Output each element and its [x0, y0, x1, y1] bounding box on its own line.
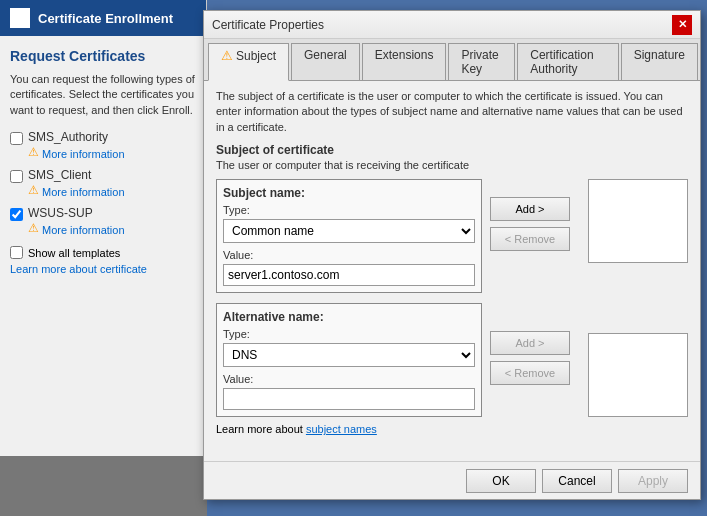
- tab-general[interactable]: General: [291, 43, 360, 80]
- sms-client-more[interactable]: More information: [42, 186, 125, 198]
- learn-more-static: Learn more about: [216, 423, 303, 435]
- list-item: SMS_Authority ⚠ More information: [10, 130, 196, 160]
- dialog-title: Certificate Properties: [212, 18, 324, 32]
- form-middle: Add > < Remove Add > < Remove: [490, 179, 580, 417]
- panel-title: Request Certificates: [10, 48, 196, 64]
- wsus-sup-content: WSUS-SUP ⚠ More information: [28, 206, 125, 236]
- type-dropdown[interactable]: Common name Email DNS Distinguished Name…: [223, 219, 475, 243]
- cancel-button[interactable]: Cancel: [542, 469, 612, 493]
- alt-type-label: Type:: [223, 328, 475, 340]
- sms-authority-warning: ⚠ More information: [28, 144, 125, 160]
- sms-authority-more[interactable]: More information: [42, 148, 125, 160]
- ok-button[interactable]: OK: [466, 469, 536, 493]
- panel-header-title: Certificate Enrollment: [38, 11, 173, 26]
- value-label: Value:: [223, 249, 475, 261]
- close-button[interactable]: ✕: [672, 15, 692, 35]
- warning-icon: ⚠: [28, 183, 39, 197]
- certificate-properties-dialog: Certificate Properties ✕ ⚠Subject Genera…: [203, 10, 701, 500]
- dialog-body: The subject of a certificate is the user…: [204, 81, 700, 474]
- tab-subject[interactable]: ⚠Subject: [208, 43, 289, 81]
- cert-enrollment-panel: 🖥 Certificate Enrollment Request Certifi…: [0, 0, 207, 516]
- form-right-col: [588, 179, 688, 417]
- remove-subject-button[interactable]: < Remove: [490, 227, 570, 251]
- learn-more-row: Learn more about subject names: [216, 423, 688, 435]
- panel-desc: You can request the following types of c…: [10, 72, 196, 118]
- sms-authority-content: SMS_Authority ⚠ More information: [28, 130, 125, 160]
- sms-client-checkbox[interactable]: [10, 170, 23, 183]
- show-all-templates-item: Show all templates: [10, 246, 196, 259]
- panel-icon: 🖥: [10, 8, 30, 28]
- tab-extensions[interactable]: Extensions: [362, 43, 447, 80]
- add-subject-button[interactable]: Add >: [490, 197, 570, 221]
- tab-cert-authority[interactable]: Certification Authority: [517, 43, 618, 80]
- sms-client-content: SMS_Client ⚠ More information: [28, 168, 125, 198]
- sms-client-label: SMS_Client: [28, 168, 125, 182]
- tab-general-label: General: [304, 48, 347, 62]
- subject-name-label: Subject name:: [223, 186, 475, 200]
- show-all-checkbox[interactable]: [10, 246, 23, 259]
- alt-name-box: Alternative name: Type: DNS Email URL IP…: [216, 303, 482, 417]
- subject-names-link[interactable]: subject names: [306, 423, 377, 435]
- subject-name-box: Subject name: Type: Common name Email DN…: [216, 179, 482, 293]
- alt-value-label: Value:: [223, 373, 475, 385]
- type-label: Type:: [223, 204, 475, 216]
- warning-icon: ⚠: [28, 145, 39, 159]
- dialog-titlebar: Certificate Properties ✕: [204, 11, 700, 39]
- tab-subject-label: Subject: [236, 49, 276, 63]
- alt-name-label: Alternative name:: [223, 310, 475, 324]
- alt-name-list[interactable]: [588, 333, 688, 417]
- learn-more-cert-link[interactable]: Learn more about certificate: [10, 263, 196, 275]
- panel-header: 🖥 Certificate Enrollment: [0, 0, 206, 36]
- info-text: The subject of a certificate is the user…: [216, 89, 688, 135]
- subject-of-cert-desc: The user or computer that is receiving t…: [216, 159, 688, 171]
- panel-bottom-gray: [0, 456, 207, 516]
- remove-alt-button[interactable]: < Remove: [490, 361, 570, 385]
- tab-bar: ⚠Subject General Extensions Private Key …: [204, 39, 700, 81]
- dialog-footer: OK Cancel Apply: [204, 461, 700, 499]
- tab-signature[interactable]: Signature: [621, 43, 698, 80]
- form-layout: Subject name: Type: Common name Email DN…: [216, 179, 688, 417]
- wsus-sup-warning: ⚠ More information: [28, 220, 125, 236]
- tab-extensions-label: Extensions: [375, 48, 434, 62]
- sms-authority-label: SMS_Authority: [28, 130, 125, 144]
- form-left: Subject name: Type: Common name Email DN…: [216, 179, 482, 417]
- tab-private-key-label: Private Key: [461, 48, 498, 76]
- tab-private-key[interactable]: Private Key: [448, 43, 515, 80]
- tab-warning-icon: ⚠: [221, 48, 233, 63]
- subject-name-list[interactable]: [588, 179, 688, 263]
- panel-content: Request Certificates You can request the…: [0, 36, 206, 287]
- alt-type-dropdown[interactable]: DNS Email URL IP address UPN SPN Other N…: [223, 343, 475, 367]
- subject-of-cert-title: Subject of certificate: [216, 143, 688, 157]
- wsus-sup-more[interactable]: More information: [42, 224, 125, 236]
- apply-button[interactable]: Apply: [618, 469, 688, 493]
- learn-more-text: Learn more about certificate: [10, 263, 147, 275]
- add-alt-button[interactable]: Add >: [490, 331, 570, 355]
- alt-value-input[interactable]: [223, 388, 475, 410]
- warning-icon: ⚠: [28, 221, 39, 235]
- sms-client-warning: ⚠ More information: [28, 182, 125, 198]
- wsus-sup-checkbox[interactable]: [10, 208, 23, 221]
- tab-cert-authority-label: Certification Authority: [530, 48, 593, 76]
- show-all-label: Show all templates: [28, 247, 120, 259]
- list-item: WSUS-SUP ⚠ More information: [10, 206, 196, 236]
- tab-signature-label: Signature: [634, 48, 685, 62]
- sms-authority-checkbox[interactable]: [10, 132, 23, 145]
- subject-value-input[interactable]: [223, 264, 475, 286]
- list-item: SMS_Client ⚠ More information: [10, 168, 196, 198]
- wsus-sup-label: WSUS-SUP: [28, 206, 125, 220]
